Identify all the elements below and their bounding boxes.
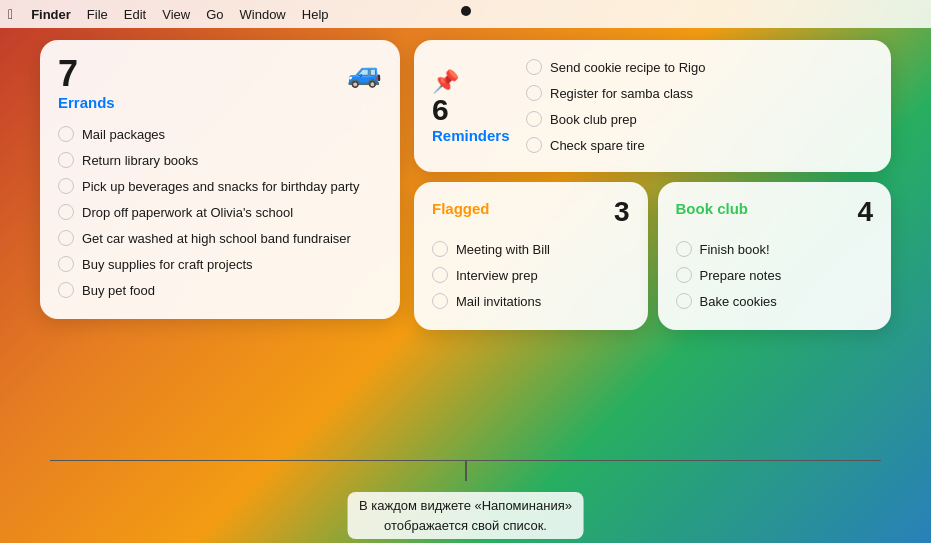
task-item: Drop off paperwork at Olivia's school [58, 199, 382, 225]
task-checkbox[interactable] [526, 111, 542, 127]
flagged-widget: Flagged 3 Meeting with Bill Interview pr… [414, 182, 648, 330]
errands-count: 7 [58, 56, 115, 92]
annotation-line-v [465, 461, 467, 481]
task-checkbox[interactable] [58, 256, 74, 272]
camera [461, 6, 471, 16]
task-label: Buy supplies for craft projects [82, 257, 253, 272]
task-checkbox[interactable] [526, 137, 542, 153]
task-label: Meeting with Bill [456, 242, 550, 257]
bottom-row: Flagged 3 Meeting with Bill Interview pr… [414, 182, 891, 330]
task-checkbox[interactable] [58, 282, 74, 298]
task-checkbox[interactable] [58, 230, 74, 246]
task-checkbox[interactable] [58, 152, 74, 168]
task-checkbox[interactable] [432, 267, 448, 283]
menu-finder[interactable]: Finder [23, 0, 79, 28]
task-label: Mail invitations [456, 294, 541, 309]
flagged-count: 3 [614, 198, 630, 226]
bookclub-title-group: Book club [676, 198, 749, 217]
task-checkbox[interactable] [676, 241, 692, 257]
task-checkbox[interactable] [432, 293, 448, 309]
task-checkbox[interactable] [58, 204, 74, 220]
errands-title: Errands [58, 94, 115, 111]
menu-go[interactable]: Go [198, 0, 231, 28]
task-item: Buy pet food [58, 277, 382, 303]
annotation-line2: отображается свой список. [384, 518, 547, 533]
task-label: Return library books [82, 153, 198, 168]
bookclub-widget: Book club 4 Finish book! Prepare notes [658, 182, 892, 330]
task-item: Finish book! [676, 236, 874, 262]
desktop:  Finder File Edit View Go Window Help 7… [0, 0, 931, 543]
task-label: Check spare tire [550, 138, 645, 153]
task-item: Check spare tire [526, 132, 873, 158]
bookclub-title: Book club [676, 200, 749, 217]
annotation-line1: В каждом виджете «Напоминания» [359, 498, 572, 513]
task-item: Book club prep [526, 106, 873, 132]
task-item: Register for samba class [526, 80, 873, 106]
task-checkbox[interactable] [526, 85, 542, 101]
task-label: Drop off paperwork at Olivia's school [82, 205, 293, 220]
task-label: Register for samba class [550, 86, 693, 101]
task-label: Buy pet food [82, 283, 155, 298]
task-item: Bake cookies [676, 288, 874, 314]
bookclub-count: 4 [857, 198, 873, 226]
reminders-widget: 📌 6 Reminders Send cookie recipe to Rigo… [414, 40, 891, 172]
task-item: Mail invitations [432, 288, 630, 314]
task-checkbox[interactable] [58, 126, 74, 142]
task-label: Send cookie recipe to Rigo [550, 60, 705, 75]
task-label: Finish book! [700, 242, 770, 257]
errands-title-group: 7 Errands [58, 56, 115, 111]
task-label: Interview prep [456, 268, 538, 283]
menu-view[interactable]: View [154, 0, 198, 28]
apple-menu[interactable]:  [8, 6, 13, 22]
menu-window[interactable]: Window [232, 0, 294, 28]
bookclub-header: Book club 4 [676, 198, 874, 226]
flagged-title-group: Flagged [432, 198, 490, 217]
annotation-area: В каждом виджете «Напоминания» отображае… [0, 443, 931, 543]
task-checkbox[interactable] [432, 241, 448, 257]
reminders-title: Reminders [432, 127, 512, 144]
errands-header: 7 Errands 🚙 [58, 56, 382, 111]
task-item: Meeting with Bill [432, 236, 630, 262]
task-label: Bake cookies [700, 294, 777, 309]
errands-card: 7 Errands 🚙 Mail packages Return library… [40, 40, 400, 319]
task-item: Get car washed at high school band fundr… [58, 225, 382, 251]
task-label: Prepare notes [700, 268, 782, 283]
pin-icon: 📌 [432, 69, 459, 95]
menu-file[interactable]: File [79, 0, 116, 28]
task-checkbox[interactable] [58, 178, 74, 194]
errands-icon: 🚙 [347, 56, 382, 89]
task-label: Pick up beverages and snacks for birthda… [82, 179, 359, 194]
task-item: Mail packages [58, 121, 382, 147]
flagged-title: Flagged [432, 200, 490, 217]
task-label: Book club prep [550, 112, 637, 127]
annotation-text: В каждом виджете «Напоминания» отображае… [347, 492, 584, 539]
menu-help[interactable]: Help [294, 0, 337, 28]
reminders-tasks: Send cookie recipe to Rigo Register for … [526, 54, 873, 158]
reminders-left: 📌 6 Reminders [432, 54, 512, 158]
task-item: Interview prep [432, 262, 630, 288]
task-item: Buy supplies for craft projects [58, 251, 382, 277]
widgets-area: 7 Errands 🚙 Mail packages Return library… [40, 40, 891, 330]
menu-edit[interactable]: Edit [116, 0, 154, 28]
task-checkbox[interactable] [676, 267, 692, 283]
task-item: Return library books [58, 147, 382, 173]
task-label: Mail packages [82, 127, 165, 142]
task-item: Prepare notes [676, 262, 874, 288]
task-checkbox[interactable] [676, 293, 692, 309]
task-item: Send cookie recipe to Rigo [526, 54, 873, 80]
reminders-top: 📌 6 Reminders Send cookie recipe to Rigo… [432, 54, 873, 158]
task-checkbox[interactable] [526, 59, 542, 75]
right-widgets: 📌 6 Reminders Send cookie recipe to Rigo… [414, 40, 891, 330]
task-label: Get car washed at high school band fundr… [82, 231, 351, 246]
task-item: Pick up beverages and snacks for birthda… [58, 173, 382, 199]
flagged-header: Flagged 3 [432, 198, 630, 226]
errands-widget: 7 Errands 🚙 Mail packages Return library… [40, 40, 400, 330]
reminders-count: 6 [432, 95, 512, 125]
